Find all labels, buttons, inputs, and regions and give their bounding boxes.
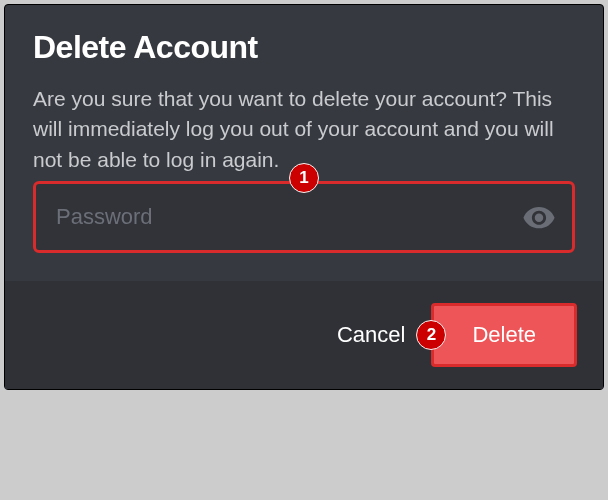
modal-title: Delete Account: [33, 29, 575, 66]
annotation-badge-2: 2: [416, 320, 446, 350]
password-input-container: 1: [33, 181, 575, 253]
cancel-button[interactable]: Cancel: [321, 308, 421, 362]
eye-icon: [522, 200, 556, 234]
delete-button-container: 2 Delete: [431, 303, 577, 367]
delete-button[interactable]: Delete: [431, 303, 577, 367]
modal-footer: Cancel 2 Delete: [5, 281, 603, 389]
modal-body: Are you sure that you want to delete you…: [5, 84, 603, 281]
delete-account-modal: Delete Account Are you sure that you wan…: [4, 4, 604, 390]
warning-text: Are you sure that you want to delete you…: [33, 84, 575, 175]
annotation-badge-1: 1: [289, 163, 319, 193]
toggle-password-visibility-button[interactable]: [521, 199, 557, 235]
modal-header: Delete Account: [5, 5, 603, 84]
